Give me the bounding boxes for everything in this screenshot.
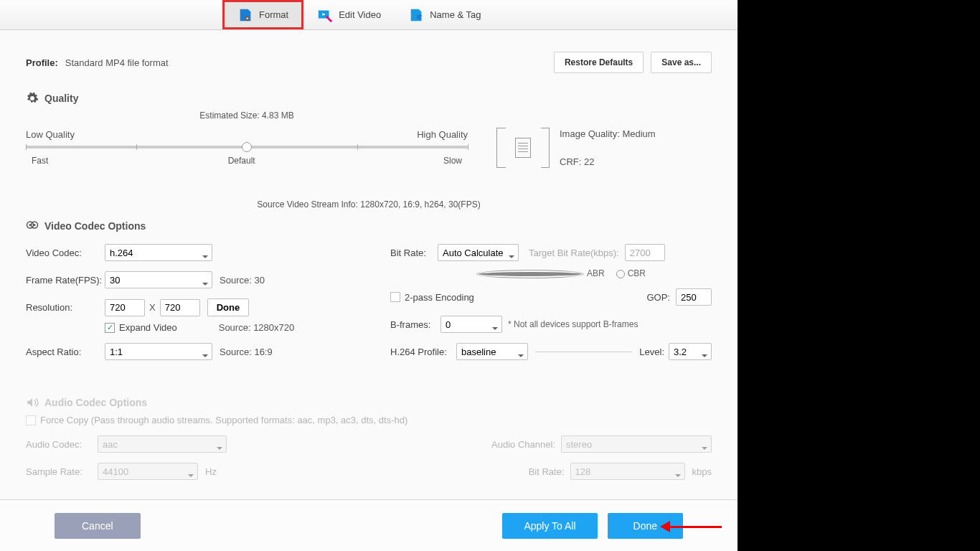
audio-channel-select[interactable]: stereo bbox=[561, 435, 712, 453]
low-quality-label: Low Quality bbox=[26, 129, 75, 140]
sample-rate-label: Sample Rate: bbox=[26, 466, 98, 477]
h264-profile-select[interactable]: baseline bbox=[456, 343, 528, 360]
svg-point-7 bbox=[34, 224, 36, 226]
svg-point-1 bbox=[247, 17, 248, 19]
profile-value: Standard MP4 file format bbox=[65, 57, 169, 68]
video-codec-heading: Video Codec Options bbox=[26, 220, 712, 232]
abr-radio[interactable] bbox=[476, 270, 584, 278]
twopass-checkbox[interactable] bbox=[390, 292, 400, 302]
gop-input[interactable] bbox=[676, 288, 712, 306]
image-quality-text: Image Quality: Medium bbox=[560, 128, 656, 139]
fps-label: Frame Rate(FPS): bbox=[26, 275, 105, 286]
aspect-ratio-source: Source: 16:9 bbox=[220, 347, 273, 357]
film-icon bbox=[26, 220, 39, 232]
bracket-decoration bbox=[496, 128, 505, 168]
stream-info: Source Video Stream Info: 1280x720, 16:9… bbox=[26, 199, 712, 209]
restore-defaults-button[interactable]: Restore Defaults bbox=[554, 52, 644, 73]
audio-bitrate-select[interactable]: 128 bbox=[570, 463, 685, 480]
twopass-label: 2-pass Encoding bbox=[405, 292, 474, 303]
sample-rate-select[interactable]: 44100 bbox=[98, 463, 198, 480]
resolution-done-button[interactable]: Done bbox=[207, 298, 250, 316]
quality-slider[interactable]: Low Quality High Quality Fast Default bbox=[26, 129, 468, 166]
bframes-select[interactable]: 0 bbox=[440, 316, 502, 333]
tab-format-label: Format bbox=[259, 9, 288, 20]
resolution-source: Source: 1280x720 bbox=[219, 322, 295, 333]
tab-name-tag[interactable]: Name & Tag bbox=[395, 0, 494, 29]
speaker-icon bbox=[26, 396, 39, 409]
aspect-ratio-label: Aspect Ratio: bbox=[26, 347, 105, 357]
name-tag-icon bbox=[408, 7, 424, 23]
tab-format[interactable]: Format bbox=[222, 0, 303, 29]
audio-codec-select[interactable]: aac bbox=[98, 435, 227, 453]
bframes-note: * Not all devices support B-frames bbox=[508, 319, 638, 329]
video-codec-select[interactable]: h.264 bbox=[105, 244, 212, 261]
slider-thumb[interactable] bbox=[242, 142, 252, 152]
resolution-label: Resolution: bbox=[26, 302, 105, 313]
estimated-size: Estimated Size: 4.83 MB bbox=[26, 110, 468, 121]
audio-bitrate-label: Bit Rate: bbox=[529, 466, 565, 477]
gear-icon bbox=[26, 92, 39, 105]
tab-edit-video[interactable]: Edit Video bbox=[303, 0, 395, 29]
force-copy-checkbox[interactable] bbox=[26, 415, 36, 425]
audio-codec-label: Audio Codec: bbox=[26, 439, 98, 450]
tab-tag-label: Name & Tag bbox=[430, 9, 481, 20]
crf-text: CRF: 22 bbox=[560, 156, 656, 167]
svg-point-6 bbox=[29, 224, 32, 226]
high-quality-label: High Quality bbox=[417, 129, 468, 140]
hz-label: Hz bbox=[205, 466, 217, 477]
gop-label: GOP: bbox=[646, 292, 670, 303]
audio-channel-label: Audio Channel: bbox=[491, 439, 555, 450]
kbps-label: kbps bbox=[692, 466, 712, 477]
bframes-label: B-frames: bbox=[390, 319, 440, 330]
default-label: Default bbox=[228, 156, 255, 166]
target-bitrate-input[interactable] bbox=[625, 244, 665, 261]
tab-edit-label: Edit Video bbox=[339, 9, 381, 20]
audio-codec-heading: Audio Codec Options bbox=[26, 396, 712, 409]
expand-video-checkbox[interactable]: ✓ bbox=[105, 323, 115, 333]
slow-label: Slow bbox=[443, 156, 462, 166]
target-bitrate-label: Target Bit Rate(kbps): bbox=[529, 248, 619, 258]
resolution-height-input[interactable] bbox=[160, 299, 200, 316]
apply-to-all-button[interactable]: Apply To All bbox=[502, 513, 597, 539]
resolution-width-input[interactable] bbox=[105, 299, 145, 316]
fps-source: Source: 30 bbox=[220, 275, 265, 286]
bitrate-select[interactable]: Auto Calculate bbox=[438, 244, 519, 261]
edit-video-icon bbox=[317, 7, 333, 23]
quality-heading: Quality bbox=[26, 92, 712, 105]
level-label: Level: bbox=[639, 347, 664, 357]
arrow-annotation bbox=[660, 521, 722, 532]
tabs-bar: Format Edit Video Name & Tag bbox=[0, 0, 738, 30]
h264-profile-label: H.264 Profile: bbox=[390, 347, 456, 357]
save-as-button[interactable]: Save as... bbox=[651, 52, 712, 73]
video-codec-label: Video Codec: bbox=[26, 248, 105, 258]
expand-video-label: Expand Video bbox=[119, 322, 177, 333]
format-icon bbox=[237, 7, 253, 23]
force-copy-label: Force Copy (Pass through audio streams. … bbox=[40, 415, 407, 425]
fast-label: Fast bbox=[32, 156, 48, 166]
profile-label: Profile: bbox=[26, 57, 58, 68]
cbr-radio[interactable] bbox=[616, 270, 625, 278]
level-select[interactable]: 3.2 bbox=[669, 343, 712, 360]
cancel-button[interactable]: Cancel bbox=[55, 513, 141, 539]
fps-select[interactable]: 30 bbox=[105, 271, 212, 288]
bitrate-label: Bit Rate: bbox=[390, 248, 438, 258]
document-icon bbox=[515, 138, 531, 158]
aspect-ratio-select[interactable]: 1:1 bbox=[105, 343, 212, 360]
